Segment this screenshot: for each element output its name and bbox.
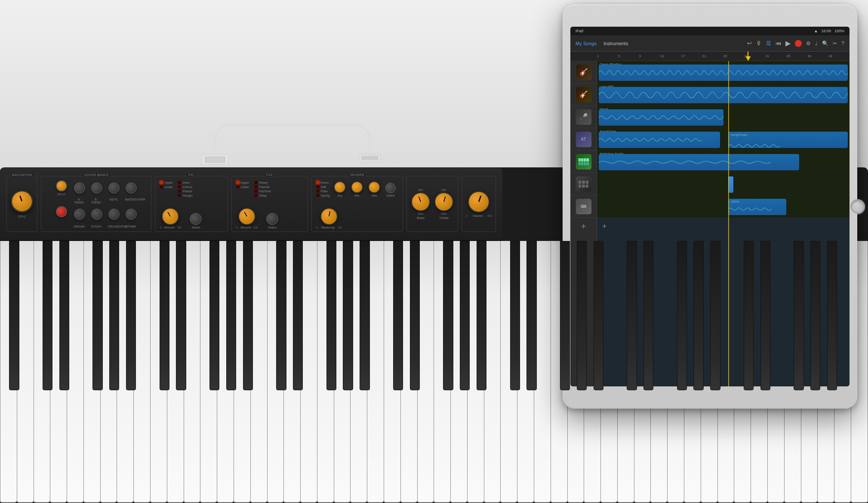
mic-icon[interactable]: 🎙: [756, 40, 762, 46]
white-key-6[interactable]: [100, 241, 117, 503]
white-key-32[interactable]: [534, 241, 551, 503]
white-key-23[interactable]: [384, 241, 400, 503]
fx1-upper-label: Upper: [164, 181, 172, 184]
fx2-delay-label: Delay: [259, 194, 267, 197]
split-btn[interactable]: [56, 180, 67, 191]
white-key-30[interactable]: [500, 241, 517, 503]
fx2-delay-led: [254, 194, 258, 197]
fx1-amount-knob[interactable]: [162, 208, 179, 225]
sound-banks-label: SOUND BANKS: [83, 173, 110, 176]
white-key-15[interactable]: [250, 241, 267, 503]
white-key-2[interactable]: [34, 241, 50, 503]
track-header-6[interactable]: [570, 173, 597, 195]
track-header-1[interactable]: 🎸: [570, 61, 597, 83]
ipad-home-button[interactable]: [850, 199, 865, 214]
settings-icon[interactable]: ⚙: [806, 40, 811, 46]
white-key-3[interactable]: [50, 241, 67, 503]
list-icon[interactable]: ☰: [766, 40, 771, 46]
track-header-2[interactable]: 🎸: [570, 83, 597, 106]
add-track-row[interactable]: +: [597, 218, 850, 235]
white-key-19[interactable]: [317, 241, 334, 503]
track-header-7[interactable]: ⌨: [570, 195, 597, 218]
track-header-4[interactable]: AT: [570, 128, 597, 151]
bank-btn-apiano[interactable]: [74, 182, 85, 194]
white-key-4[interactable]: [67, 241, 83, 503]
white-key-8[interactable]: [133, 241, 150, 503]
active-btn[interactable]: [56, 206, 67, 217]
nav-knob[interactable]: [11, 190, 33, 213]
track-4-clip-1[interactable]: [599, 132, 720, 148]
treble-knob[interactable]: [434, 192, 453, 211]
add-track-button[interactable]: +: [570, 218, 597, 235]
reverb-mix-label: Mix: [355, 194, 360, 197]
white-key-17[interactable]: [283, 241, 300, 503]
treble-min-label: Min: [441, 188, 446, 191]
ipad-container: iPad ▲ 16:00 100% My Songs Instruments ↩…: [563, 4, 857, 409]
note-icon[interactable]: ♩: [815, 40, 818, 46]
white-key-25[interactable]: [417, 241, 434, 503]
bank-btn-other[interactable]: [126, 209, 137, 220]
scissors-icon[interactable]: ✂: [833, 40, 837, 46]
volume-knob[interactable]: [468, 191, 489, 213]
white-key-9[interactable]: [150, 241, 167, 503]
bank-btn-organ[interactable]: [74, 209, 85, 220]
fx1-chorus-led: [178, 185, 181, 188]
fx1-select-knob[interactable]: [190, 213, 202, 225]
play-icon[interactable]: ▶: [785, 39, 791, 47]
white-key-18[interactable]: [300, 241, 317, 503]
bass-knob[interactable]: [411, 192, 430, 211]
track-5-clip[interactable]: [599, 154, 799, 170]
white-key-10[interactable]: [167, 241, 184, 503]
white-key-12[interactable]: [200, 241, 217, 503]
track-row-1: Clean Rhythm: [597, 61, 850, 83]
fx2-amount-knob[interactable]: [238, 208, 255, 225]
white-key-16[interactable]: [267, 241, 284, 503]
track-2-clip[interactable]: [599, 87, 848, 103]
white-key-27[interactable]: [450, 241, 467, 503]
white-key-22[interactable]: [367, 241, 384, 503]
fx2-select-knob[interactable]: [266, 213, 278, 225]
white-key-0[interactable]: [0, 241, 17, 503]
track-7-clip[interactable]: iSEM: [728, 199, 786, 215]
bank-btn-orchestra[interactable]: [108, 209, 120, 220]
help-icon[interactable]: ?: [841, 40, 844, 46]
record-button[interactable]: [795, 40, 802, 47]
track-row-5: Addictive Synth: [597, 151, 850, 173]
bank-btn-synth[interactable]: [91, 209, 102, 220]
track-content-area: Clean Rhythm Lead R: [597, 61, 850, 386]
bank-btn-epiano[interactable]: [91, 182, 102, 194]
white-key-20[interactable]: [334, 241, 351, 503]
track-6-indicator[interactable]: [728, 176, 733, 193]
tab-instruments[interactable]: Instruments: [603, 41, 628, 46]
marker-9: 9: [639, 54, 660, 58]
white-key-5[interactable]: [83, 241, 100, 503]
marker-1: 1: [597, 54, 618, 58]
white-key-26[interactable]: [434, 241, 450, 503]
white-key-21[interactable]: [350, 241, 367, 503]
track-4-clip-2[interactable]: AmpliTube: [728, 132, 848, 148]
search-icon[interactable]: 🔍: [822, 40, 828, 46]
white-key-28[interactable]: [467, 241, 484, 503]
white-key-14[interactable]: [234, 241, 250, 503]
fx2-select-label: Select: [268, 226, 276, 229]
track-3-clip[interactable]: [599, 109, 723, 126]
bank-btn-keys[interactable]: [108, 182, 120, 194]
white-key-7[interactable]: [117, 241, 133, 503]
rewind-icon[interactable]: ⏮: [776, 40, 781, 46]
track-header-5[interactable]: [570, 151, 597, 173]
white-key-24[interactable]: [400, 241, 417, 503]
status-time: 16:00: [821, 29, 831, 33]
tab-my-songs[interactable]: My Songs: [576, 41, 597, 46]
undo-icon[interactable]: ↩: [747, 40, 752, 46]
fx1-drive-led: [178, 181, 181, 184]
reverb-select-knob[interactable]: [385, 183, 396, 193]
white-key-11[interactable]: [184, 241, 200, 503]
white-key-13[interactable]: [217, 241, 234, 503]
white-key-31[interactable]: [517, 241, 534, 503]
track-1-clip[interactable]: [599, 65, 848, 81]
white-key-29[interactable]: [484, 241, 501, 503]
white-key-1[interactable]: [17, 241, 34, 503]
mastering-knob[interactable]: [320, 208, 338, 225]
bank-btn-bass[interactable]: [126, 182, 137, 194]
track-header-3[interactable]: 🎤: [570, 106, 597, 128]
